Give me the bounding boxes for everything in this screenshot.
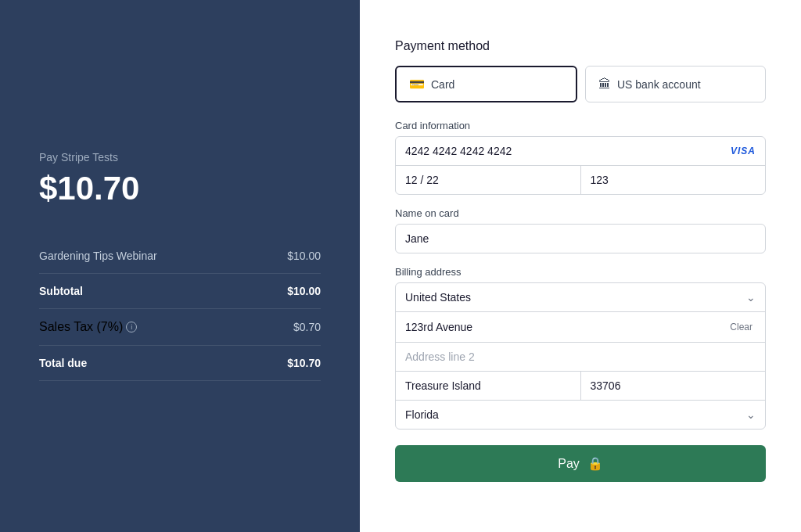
billing-box: United States Canada United Kingdom ⌄ Cl… <box>395 282 766 430</box>
pay-button[interactable]: Pay 🔒 <box>395 445 766 482</box>
card-number-input[interactable] <box>405 145 731 157</box>
subtotal-value: $10.00 <box>287 285 321 297</box>
line-item-tax: Sales Tax (7%) i $0.70 <box>39 309 321 346</box>
address2-row <box>396 343 765 372</box>
card-tab-icon: 💳 <box>409 77 425 92</box>
state-chevron-icon: ⌄ <box>746 408 756 421</box>
name-on-card-label: Name on card <box>395 207 766 219</box>
total-amount: $10.70 <box>39 170 321 207</box>
pay-label: Pay Stripe Tests <box>39 151 321 164</box>
card-cvc-input[interactable] <box>581 166 766 194</box>
state-select[interactable]: Florida California New York Texas <box>405 408 746 421</box>
country-row: United States Canada United Kingdom ⌄ <box>396 283 765 312</box>
tax-label: Sales Tax (7%) <box>39 320 123 334</box>
bank-tab-label: US bank account <box>617 78 701 91</box>
card-details-row <box>396 166 765 194</box>
line-item-webinar: Gardening Tips Webinar $10.00 <box>39 239 321 274</box>
country-chevron-icon: ⌄ <box>746 291 756 304</box>
city-zip-row <box>396 372 765 401</box>
line-item-name: Gardening Tips Webinar <box>39 250 157 262</box>
address1-input[interactable] <box>405 321 727 333</box>
state-row: Florida California New York Texas ⌄ <box>396 401 765 429</box>
pay-button-label: Pay <box>558 457 580 471</box>
visa-badge: VISA <box>731 146 756 156</box>
address2-input[interactable] <box>405 350 756 363</box>
card-info-box: VISA <box>395 136 766 195</box>
address1-row: Clear <box>396 312 765 343</box>
subtotal-label: Subtotal <box>39 285 83 297</box>
payment-method-title: Payment method <box>395 39 766 53</box>
billing-address-label: Billing address <box>395 266 766 278</box>
card-expiry-input[interactable] <box>396 166 581 194</box>
card-info-label: Card information <box>395 120 766 131</box>
line-item-value: $10.00 <box>287 250 321 262</box>
card-number-row: VISA <box>396 137 765 166</box>
payment-tabs: 💳 Card 🏛 US bank account <box>395 66 766 102</box>
clear-button[interactable]: Clear <box>727 320 756 334</box>
right-panel: Payment method 💳 Card 🏛 US bank account … <box>360 0 801 532</box>
total-label: Total due <box>39 357 87 369</box>
tab-bank[interactable]: 🏛 US bank account <box>585 66 766 102</box>
line-item-total: Total due $10.70 <box>39 346 321 381</box>
name-on-card-group: Name on card <box>395 207 766 253</box>
tax-value: $0.70 <box>293 321 321 333</box>
bank-tab-icon: 🏛 <box>598 77 611 92</box>
name-on-card-input[interactable] <box>395 224 766 253</box>
total-value: $10.70 <box>287 357 321 369</box>
tax-info-icon[interactable]: i <box>126 322 137 332</box>
zip-input[interactable] <box>581 372 766 400</box>
left-panel: Pay Stripe Tests $10.70 Gardening Tips W… <box>0 0 360 532</box>
tab-card[interactable]: 💳 Card <box>395 66 577 102</box>
lock-icon: 🔒 <box>587 456 603 471</box>
card-tab-label: Card <box>431 78 454 91</box>
country-select[interactable]: United States Canada United Kingdom <box>405 291 746 304</box>
city-input[interactable] <box>396 372 581 400</box>
tax-label-group: Sales Tax (7%) i <box>39 320 137 334</box>
line-item-subtotal: Subtotal $10.00 <box>39 274 321 309</box>
